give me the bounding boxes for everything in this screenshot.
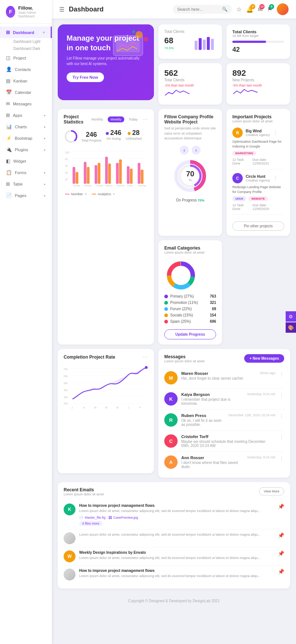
completion-messages-row: Completion Project Rate ⋯ 70k 60k 50k 40… bbox=[58, 349, 290, 478]
sidebar-item-table[interactable]: ⊞ Table ▸ bbox=[0, 178, 52, 190]
plugins-icon: 🔌 bbox=[6, 147, 12, 152]
sidebar-item-widget[interactable]: ◧ Widget bbox=[0, 155, 52, 167]
try-free-button[interactable]: Try Free Now bbox=[67, 72, 104, 82]
imp-tags-1: MARKETING bbox=[232, 151, 284, 156]
completion-more[interactable]: ⋯ bbox=[143, 354, 148, 360]
msg-content-3: Ruben Press Ok sir, I will fix it as soo… bbox=[181, 413, 225, 427]
email-title-1: How to improve project management flows bbox=[79, 504, 274, 508]
settings-gear-button[interactable]: ⚙ bbox=[286, 311, 296, 322]
svg-rect-23 bbox=[75, 172, 78, 184]
stat-change-3: -2% than last month bbox=[164, 84, 216, 87]
svg-text:Sunday: Sunday bbox=[73, 184, 80, 187]
msg-more-2[interactable]: ⋮ bbox=[279, 392, 284, 398]
contacts-icon: 👤 bbox=[6, 67, 12, 72]
sidebar-item-calendar[interactable]: 📅 Calendar bbox=[0, 87, 52, 98]
svg-rect-33 bbox=[130, 169, 132, 184]
donut-label: 70 % bbox=[186, 170, 194, 182]
svg-text:Monday: Monday bbox=[84, 184, 92, 187]
msg-more-1[interactable]: ⋮ bbox=[279, 371, 284, 377]
settings-palette-button[interactable]: 🎨 bbox=[286, 322, 296, 333]
ongoing-num: 246 On Going bbox=[106, 129, 121, 144]
legend-analytics: Analytics ✕ bbox=[92, 192, 115, 196]
important-projects-card: Important Projects Lorem ipsum dolor sit… bbox=[226, 109, 290, 236]
msg-more-3[interactable]: ⋮ bbox=[279, 413, 284, 419]
imp-tags-2: UI/UX WEBSITE bbox=[232, 196, 284, 201]
imp-card-header: Important Projects Lorem ipsum dolor sit… bbox=[232, 114, 284, 123]
sidebar-sub-dark[interactable]: Dashboard Dark bbox=[0, 45, 52, 52]
sidebar-item-plugins[interactable]: 🔌 Plugins ▸ bbox=[0, 144, 52, 155]
msg-avatar-2: K bbox=[164, 392, 178, 406]
sidebar-item-apps[interactable]: ⊞ Apps ▸ bbox=[0, 109, 52, 121]
stat-change-1: +0.5% bbox=[164, 46, 174, 50]
next-button[interactable]: › bbox=[192, 146, 201, 155]
email-item-3: W Weekly Design Inspirations by Envato L… bbox=[64, 548, 284, 566]
svg-text:70k: 70k bbox=[64, 368, 68, 370]
sidebar-item-bootstrap[interactable]: ⚡ Bootstrap ▸ bbox=[0, 132, 52, 144]
email-pin-2[interactable]: 📌 bbox=[278, 532, 284, 538]
msg-more-5[interactable]: ⋮ bbox=[279, 455, 284, 461]
tab-today[interactable]: Today bbox=[126, 116, 141, 122]
sidebar-item-contacts[interactable]: 👤 Contacts bbox=[0, 64, 52, 75]
sidebar-item-messages[interactable]: ✉ Messages bbox=[0, 98, 52, 109]
profile-card-sub: Sed ut perspiciatis unde omnis iste natu… bbox=[164, 126, 216, 141]
stat-label-3: Total Clients bbox=[164, 78, 216, 82]
svg-text:Thursday: Thursday bbox=[116, 184, 125, 187]
sidebar-item-project[interactable]: ◫ Project bbox=[0, 52, 52, 64]
sidebar-item-pages[interactable]: 📄 Pages ▸ bbox=[0, 190, 52, 201]
email-avatar-4 bbox=[64, 569, 75, 580]
attachment-2[interactable]: 🖼 CasePreview.jpg bbox=[108, 516, 138, 519]
imp-more-2[interactable]: ⋮ bbox=[273, 175, 278, 181]
files-more[interactable]: 4 files more bbox=[79, 521, 102, 526]
email-pin-4[interactable]: 📌 bbox=[278, 569, 284, 574]
svg-rect-25 bbox=[87, 167, 90, 184]
legend-forum: Forum (22%) 69 bbox=[164, 307, 216, 311]
email-pin-3[interactable]: 📌 bbox=[278, 550, 284, 556]
hero-card: Manage your project in one touch Let Fil… bbox=[58, 24, 154, 100]
msg-content-2: Kaiya Bergson I remember that project du… bbox=[181, 392, 243, 406]
menu-icon[interactable]: ☰ bbox=[59, 6, 64, 13]
svg-rect-9 bbox=[211, 39, 214, 50]
svg-text:20k: 20k bbox=[64, 402, 68, 405]
bar-chart-container: 100 80 60 40 20 bbox=[64, 148, 148, 196]
new-message-button[interactable]: + New Messages bbox=[244, 354, 284, 363]
recent-emails-card: Recent Emails Lorem ipsum dolor sit amet… bbox=[58, 482, 290, 589]
chevron-icon: ▾ bbox=[43, 31, 45, 34]
search-icon[interactable]: 🔍 bbox=[222, 7, 228, 12]
view-more-button[interactable]: View More bbox=[259, 487, 284, 495]
clients-bar-value: 42 bbox=[232, 46, 284, 54]
message-item-2: K Kaiya Bergson I remember that project … bbox=[164, 389, 284, 410]
avatar[interactable] bbox=[277, 3, 289, 15]
pin-projects-button[interactable]: Pin other projects bbox=[232, 221, 284, 231]
search-input[interactable] bbox=[177, 7, 220, 11]
email-item-1: K How to improve project management flow… bbox=[64, 501, 284, 529]
prev-button[interactable]: ‹ bbox=[180, 146, 189, 155]
update-progress-button[interactable]: Update Progress bbox=[164, 329, 216, 339]
footer: Copyright © Designed & Developed by Desi… bbox=[58, 593, 290, 609]
sidebar-item-kanban[interactable]: ▤ Kanban bbox=[0, 75, 52, 87]
svg-text:F: F bbox=[139, 407, 141, 409]
settings-sidebar: ⚙ 🎨 bbox=[286, 311, 296, 333]
msg-more-4[interactable]: ⋮ bbox=[279, 434, 284, 440]
sidebar-item-forms[interactable]: 📋 Forms ▸ bbox=[0, 167, 52, 178]
tab-monthly[interactable]: Monthly bbox=[88, 116, 106, 122]
donut-mini bbox=[64, 129, 78, 144]
more-icon[interactable]: ⋯ bbox=[143, 116, 148, 122]
sidebar-item-charts[interactable]: 📊 Charts ▸ bbox=[0, 121, 52, 132]
total-clients-card-1: Total Clients 68 +0.5% bbox=[158, 24, 222, 59]
notifications-icon-wrap[interactable]: 🔔 3 bbox=[246, 6, 253, 13]
svg-text:Saturday: Saturday bbox=[138, 184, 146, 187]
sidebar-item-dashboard[interactable]: ⊞ Dashboard ▾ bbox=[0, 27, 52, 38]
email-body-3: Lorem ipsum dolor sit amet, consectetur … bbox=[79, 556, 274, 560]
tab-weekly[interactable]: Weekly bbox=[108, 116, 124, 122]
favorites-icon-wrap[interactable]: ☆ bbox=[236, 6, 242, 13]
imp-more-1[interactable]: ⋮ bbox=[273, 130, 278, 136]
email-content-2: Lorem ipsum dolor sit amet, consectetur … bbox=[79, 532, 274, 537]
svg-text:A: A bbox=[83, 407, 85, 409]
attachment-1[interactable]: 📄 Master_file.fig bbox=[79, 516, 105, 519]
email-pin-1[interactable]: 📌 bbox=[278, 504, 284, 509]
email-content-3: Weekly Design Inspirations by Envato Lor… bbox=[79, 550, 274, 560]
sidebar-sub-light[interactable]: Dashboard Light bbox=[0, 38, 52, 45]
svg-text:60: 60 bbox=[65, 165, 68, 167]
alerts-icon-wrap[interactable]: ⚑ 5 bbox=[267, 6, 272, 13]
messages-icon-wrap[interactable]: ✉ 12 bbox=[258, 6, 263, 13]
